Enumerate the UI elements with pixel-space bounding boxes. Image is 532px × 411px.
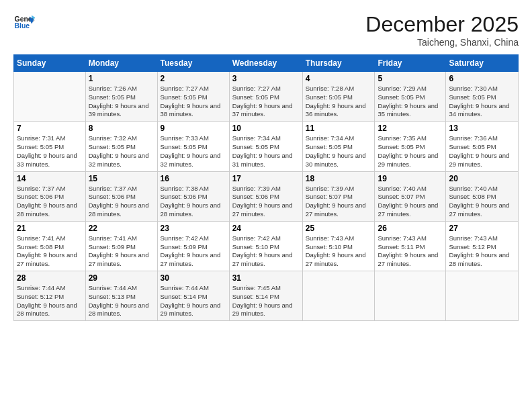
header: General Blue December 2025 Taicheng, Sha…	[13, 12, 519, 48]
day-number: 18	[306, 174, 372, 183]
day-number: 29	[89, 273, 154, 283]
day-number: 28	[17, 273, 83, 283]
day-number: 12	[378, 124, 443, 133]
svg-text:Blue: Blue	[15, 22, 30, 30]
calendar-cell: 31Sunrise: 7:45 AM Sunset: 5:14 PM Dayli…	[229, 271, 302, 321]
calendar-cell: 6Sunrise: 7:30 AM Sunset: 5:05 PM Daylig…	[446, 72, 519, 122]
calendar-cell: 30Sunrise: 7:44 AM Sunset: 5:14 PM Dayli…	[157, 271, 229, 321]
weekday-header-friday: Friday	[375, 55, 446, 72]
cell-content: Sunrise: 7:34 AM Sunset: 5:05 PM Dayligh…	[306, 134, 372, 169]
day-number: 9	[161, 124, 226, 133]
calendar-cell: 2Sunrise: 7:27 AM Sunset: 5:05 PM Daylig…	[157, 72, 229, 122]
calendar-cell: 12Sunrise: 7:35 AM Sunset: 5:05 PM Dayli…	[375, 122, 446, 171]
calendar-cell: 25Sunrise: 7:43 AM Sunset: 5:10 PM Dayli…	[302, 221, 375, 271]
title-block: December 2025 Taicheng, Shanxi, China	[365, 12, 519, 48]
day-number: 7	[17, 124, 83, 133]
calendar-cell: 19Sunrise: 7:40 AM Sunset: 5:07 PM Dayli…	[375, 171, 446, 221]
calendar-cell: 5Sunrise: 7:29 AM Sunset: 5:05 PM Daylig…	[375, 72, 446, 122]
calendar-cell: 3Sunrise: 7:27 AM Sunset: 5:05 PM Daylig…	[229, 72, 302, 122]
calendar-cell: 29Sunrise: 7:44 AM Sunset: 5:13 PM Dayli…	[85, 271, 157, 321]
calendar-cell	[375, 271, 446, 321]
cell-content: Sunrise: 7:43 AM Sunset: 5:10 PM Dayligh…	[306, 234, 372, 269]
cell-content: Sunrise: 7:45 AM Sunset: 5:14 PM Dayligh…	[232, 284, 300, 318]
cell-content: Sunrise: 7:36 AM Sunset: 5:05 PM Dayligh…	[449, 134, 515, 169]
calendar-table: SundayMondayTuesdayWednesdayThursdayFrid…	[13, 54, 519, 321]
calendar-cell: 28Sunrise: 7:44 AM Sunset: 5:12 PM Dayli…	[14, 271, 86, 321]
day-number: 31	[232, 273, 300, 283]
cell-content: Sunrise: 7:42 AM Sunset: 5:09 PM Dayligh…	[161, 234, 226, 269]
day-number: 23	[161, 224, 226, 233]
day-number: 11	[306, 124, 372, 133]
cell-content: Sunrise: 7:27 AM Sunset: 5:05 PM Dayligh…	[232, 85, 300, 119]
calendar-cell	[302, 271, 375, 321]
calendar-cell	[14, 72, 86, 122]
cell-content: Sunrise: 7:27 AM Sunset: 5:05 PM Dayligh…	[161, 85, 226, 119]
cell-content: Sunrise: 7:39 AM Sunset: 5:06 PM Dayligh…	[232, 185, 300, 219]
calendar-cell: 27Sunrise: 7:43 AM Sunset: 5:12 PM Dayli…	[446, 221, 519, 271]
day-number: 22	[89, 224, 154, 233]
week-row-1: 7Sunrise: 7:31 AM Sunset: 5:05 PM Daylig…	[14, 122, 519, 171]
cell-content: Sunrise: 7:38 AM Sunset: 5:06 PM Dayligh…	[161, 185, 226, 219]
cell-content: Sunrise: 7:37 AM Sunset: 5:06 PM Dayligh…	[89, 185, 154, 219]
weekday-header-wednesday: Wednesday	[229, 55, 302, 72]
day-number: 27	[449, 224, 515, 233]
day-number: 20	[449, 174, 515, 183]
calendar-cell: 13Sunrise: 7:36 AM Sunset: 5:05 PM Dayli…	[446, 122, 519, 171]
week-row-4: 28Sunrise: 7:44 AM Sunset: 5:12 PM Dayli…	[14, 271, 519, 321]
day-number: 17	[232, 174, 300, 183]
cell-content: Sunrise: 7:43 AM Sunset: 5:12 PM Dayligh…	[449, 234, 515, 269]
calendar-cell: 1Sunrise: 7:26 AM Sunset: 5:05 PM Daylig…	[85, 72, 157, 122]
day-number: 30	[161, 273, 226, 283]
cell-content: Sunrise: 7:40 AM Sunset: 5:08 PM Dayligh…	[449, 185, 515, 219]
day-number: 8	[89, 124, 154, 133]
day-number: 10	[232, 124, 300, 133]
location: Taicheng, Shanxi, China	[365, 37, 519, 48]
page: General Blue December 2025 Taicheng, Sha…	[0, 0, 532, 411]
calendar-cell: 9Sunrise: 7:33 AM Sunset: 5:05 PM Daylig…	[157, 122, 229, 171]
weekday-header-sunday: Sunday	[14, 55, 86, 72]
day-number: 19	[378, 174, 443, 183]
cell-content: Sunrise: 7:31 AM Sunset: 5:05 PM Dayligh…	[17, 134, 83, 169]
day-number: 24	[232, 224, 300, 233]
week-row-3: 21Sunrise: 7:41 AM Sunset: 5:08 PM Dayli…	[14, 221, 519, 271]
cell-content: Sunrise: 7:28 AM Sunset: 5:05 PM Dayligh…	[306, 85, 372, 119]
calendar-cell: 11Sunrise: 7:34 AM Sunset: 5:05 PM Dayli…	[302, 122, 375, 171]
calendar-cell: 21Sunrise: 7:41 AM Sunset: 5:08 PM Dayli…	[14, 221, 86, 271]
cell-content: Sunrise: 7:44 AM Sunset: 5:13 PM Dayligh…	[89, 284, 154, 318]
calendar-cell: 20Sunrise: 7:40 AM Sunset: 5:08 PM Dayli…	[446, 171, 519, 221]
cell-content: Sunrise: 7:35 AM Sunset: 5:05 PM Dayligh…	[378, 134, 443, 169]
cell-content: Sunrise: 7:44 AM Sunset: 5:12 PM Dayligh…	[17, 284, 83, 318]
day-number: 2	[161, 74, 226, 83]
calendar-cell: 24Sunrise: 7:42 AM Sunset: 5:10 PM Dayli…	[229, 221, 302, 271]
weekday-header-monday: Monday	[85, 55, 157, 72]
calendar-cell: 26Sunrise: 7:43 AM Sunset: 5:11 PM Dayli…	[375, 221, 446, 271]
day-number: 16	[161, 174, 226, 183]
day-number: 3	[232, 74, 300, 83]
day-number: 15	[89, 174, 154, 183]
cell-content: Sunrise: 7:44 AM Sunset: 5:14 PM Dayligh…	[161, 284, 226, 318]
logo-icon: General Blue	[13, 12, 35, 34]
cell-content: Sunrise: 7:43 AM Sunset: 5:11 PM Dayligh…	[378, 234, 443, 269]
cell-content: Sunrise: 7:40 AM Sunset: 5:07 PM Dayligh…	[378, 185, 443, 219]
calendar-cell: 8Sunrise: 7:32 AM Sunset: 5:05 PM Daylig…	[85, 122, 157, 171]
cell-content: Sunrise: 7:34 AM Sunset: 5:05 PM Dayligh…	[232, 134, 300, 169]
cell-content: Sunrise: 7:37 AM Sunset: 5:06 PM Dayligh…	[17, 185, 83, 219]
calendar-cell: 7Sunrise: 7:31 AM Sunset: 5:05 PM Daylig…	[14, 122, 86, 171]
day-number: 1	[89, 74, 154, 83]
calendar-cell: 16Sunrise: 7:38 AM Sunset: 5:06 PM Dayli…	[157, 171, 229, 221]
cell-content: Sunrise: 7:42 AM Sunset: 5:10 PM Dayligh…	[232, 234, 300, 269]
week-row-2: 14Sunrise: 7:37 AM Sunset: 5:06 PM Dayli…	[14, 171, 519, 221]
weekday-header-row: SundayMondayTuesdayWednesdayThursdayFrid…	[14, 55, 519, 72]
day-number: 5	[378, 74, 443, 83]
cell-content: Sunrise: 7:39 AM Sunset: 5:07 PM Dayligh…	[306, 185, 372, 219]
logo: General Blue	[13, 12, 35, 34]
cell-content: Sunrise: 7:41 AM Sunset: 5:09 PM Dayligh…	[89, 234, 154, 269]
day-number: 6	[449, 74, 515, 83]
day-number: 21	[17, 224, 83, 233]
calendar-cell: 17Sunrise: 7:39 AM Sunset: 5:06 PM Dayli…	[229, 171, 302, 221]
day-number: 14	[17, 174, 83, 183]
cell-content: Sunrise: 7:26 AM Sunset: 5:05 PM Dayligh…	[89, 85, 154, 119]
cell-content: Sunrise: 7:29 AM Sunset: 5:05 PM Dayligh…	[378, 85, 443, 119]
calendar-cell: 18Sunrise: 7:39 AM Sunset: 5:07 PM Dayli…	[302, 171, 375, 221]
weekday-header-tuesday: Tuesday	[157, 55, 229, 72]
